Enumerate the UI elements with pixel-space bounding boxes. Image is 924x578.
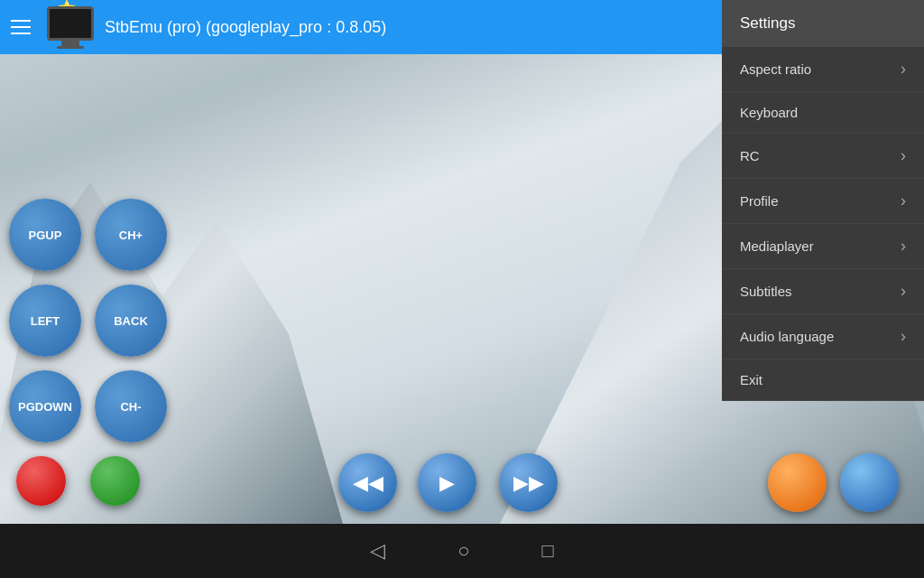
menu-icon[interactable] [11, 14, 38, 41]
forward-icon: ▶▶ [513, 471, 544, 495]
chevron-right-icon: › [901, 60, 906, 79]
menu-item-aspect-ratio[interactable]: Aspect ratio › [722, 47, 924, 92]
tv-stand [61, 41, 79, 46]
chevron-right-icon: › [901, 282, 906, 301]
bottom-bar: ◁ ○ □ [0, 524, 924, 578]
pgdown-button[interactable]: PGDOWN [9, 370, 81, 443]
menu-item-label: Mediaplayer [740, 238, 814, 254]
topbar: ⭐ StbEmu (pro) (googleplay_pro : 0.8.05) [0, 0, 722, 54]
menu-item-label: Subtitles [740, 284, 792, 299]
menu-item-label: Exit [740, 372, 762, 387]
menu-item-label: Keyboard [740, 105, 798, 120]
play-icon: ▶ [439, 471, 455, 495]
chevron-right-icon: › [901, 146, 906, 165]
tv-icon: ⭐ [47, 6, 94, 49]
tv-screen [47, 6, 94, 41]
rewind-icon: ◀◀ [353, 471, 383, 495]
orange-button[interactable] [768, 453, 827, 512]
pgup-button[interactable]: PGUP [9, 199, 81, 271]
app-title: StbEmu (pro) (googleplay_pro : 0.8.05) [105, 18, 386, 37]
menu-item-keyboard[interactable]: Keyboard [722, 92, 924, 134]
red-button[interactable] [16, 456, 66, 506]
chevron-right-icon: › [901, 327, 906, 346]
play-button[interactable]: ▶ [418, 453, 476, 512]
rewind-button[interactable]: ◀◀ [338, 453, 397, 512]
tv-base [57, 46, 84, 49]
left-button[interactable]: LEFT [9, 284, 81, 357]
green-button[interactable] [90, 456, 140, 506]
menu-item-exit[interactable]: Exit [722, 359, 924, 401]
recent-nav-button[interactable]: □ [542, 539, 554, 563]
settings-menu: Settings Aspect ratio › Keyboard RC › Pr… [722, 0, 924, 401]
menu-item-label: RC [740, 148, 760, 163]
menu-item-mediaplayer[interactable]: Mediaplayer › [722, 224, 924, 269]
chevron-right-icon: › [901, 237, 906, 256]
menu-item-rc[interactable]: RC › [722, 134, 924, 179]
ch-plus-button[interactable]: CH+ [95, 199, 167, 271]
settings-header: Settings [722, 0, 924, 47]
back-nav-button[interactable]: ◁ [370, 539, 385, 563]
light-blue-button[interactable] [840, 453, 899, 512]
forward-button[interactable]: ▶▶ [499, 453, 558, 512]
back-button[interactable]: BACK [95, 284, 167, 357]
menu-item-audio-language[interactable]: Audio language › [722, 314, 924, 359]
menu-item-subtitles[interactable]: Subtitles › [722, 269, 924, 314]
chevron-right-icon: › [901, 191, 906, 210]
ch-minus-button[interactable]: CH- [95, 370, 167, 443]
menu-item-profile[interactable]: Profile › [722, 179, 924, 224]
menu-item-label: Audio language [740, 329, 834, 344]
menu-item-label: Profile [740, 193, 779, 209]
home-nav-button[interactable]: ○ [457, 539, 469, 563]
menu-item-label: Aspect ratio [740, 61, 811, 77]
